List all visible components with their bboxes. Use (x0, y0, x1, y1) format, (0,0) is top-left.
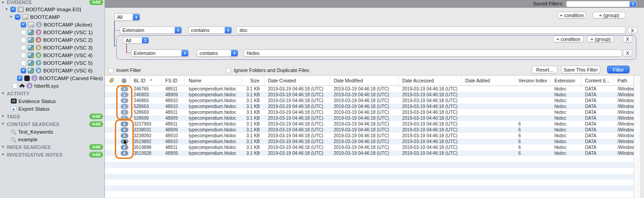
sidebar-section-header[interactable]: ▼INVESTIGATIVE NOTESAdd (0, 151, 104, 158)
column-header-extension[interactable]: Extension (551, 76, 581, 86)
column-header-flag[interactable] (105, 76, 118, 86)
vertical-scrollbar[interactable] (634, 75, 640, 198)
mixed-checkbox[interactable]: − (10, 7, 16, 12)
add-button[interactable]: Add (89, 144, 103, 150)
disclosure-triangle-icon[interactable]: ▼ (1, 153, 5, 157)
match-select[interactable]: All ▲▼ (114, 14, 140, 21)
add-button[interactable]: Add (89, 113, 103, 119)
unchecked-checkbox[interactable] (21, 30, 26, 35)
sidebar-item[interactable]: 6BOOTCAMP (VSC 4) (0, 51, 104, 59)
column-header-path[interactable]: Path (614, 76, 634, 86)
column-header-version_index[interactable]: Version Index (515, 76, 551, 86)
table-row[interactable]: 8351992848909typecompendium.hkdoc3.1 KB2… (105, 150, 634, 156)
filter-button[interactable]: Filter (607, 66, 630, 73)
cell-version_index (515, 98, 551, 104)
sidebar-section-header[interactable]: ▼ACTIVITY (0, 90, 104, 97)
remove-group-button[interactable]: X (623, 36, 632, 42)
group-condition-value-input[interactable]: hkdoc (244, 50, 622, 57)
table-row[interactable]: 8323799348911typecompendium.hkdoc3.1 KB2… (105, 121, 634, 127)
disclosure-triangle-icon[interactable]: ▼ (1, 145, 5, 149)
sidebar-section-evidence[interactable]: ▼ EVIDENCE Add (0, 0, 104, 5)
add-group-button[interactable]: + (group) (593, 12, 626, 18)
condition-value-input[interactable]: doc (236, 27, 626, 34)
table-row[interactable]: 8323803148909typecompendium.hkdoc3.1 KB2… (105, 127, 634, 133)
unchecked-checkbox[interactable] (21, 60, 26, 66)
group-add-group-button[interactable]: + (group) (587, 36, 614, 42)
checked-checkbox[interactable]: ✓ (17, 76, 23, 81)
ignore-folders-checkbox[interactable] (226, 68, 231, 73)
column-header-date_added[interactable]: Date Added (462, 76, 515, 86)
sidebar-item[interactable]: 4BOOTCAMP (VSC 2) (0, 36, 104, 44)
add-button[interactable]: Add (89, 121, 103, 127)
table-row[interactable]: 124686548910typecompendium.hkdoc3.1 KB20… (105, 98, 634, 104)
table-row[interactable]: 124676548911typecompendium.hkdoc3.1 KB20… (105, 86, 634, 92)
mixed-checkbox[interactable]: − (15, 14, 20, 20)
table-header-row: BL ID^FS IDNameSizeDate CreatedDate Modi… (105, 76, 634, 86)
disclosure-triangle-icon[interactable]: ▼ (5, 7, 9, 11)
sidebar-item[interactable]: 9hiberfil.sys (0, 82, 104, 90)
sidebar-item[interactable]: Test_Keywords (0, 128, 104, 135)
disclosure-triangle-icon[interactable]: ▼ (1, 122, 5, 126)
sidebar-section-header[interactable]: ▼TAGSAdd (0, 112, 104, 120)
column-header-fs_id[interactable]: FS ID (162, 76, 185, 86)
column-header-date_created[interactable]: Date Created (264, 76, 330, 86)
table-row[interactable]: 124680348909typecompendium.hkdoc3.1 KB20… (105, 92, 634, 98)
group-remove-condition-button[interactable]: X (623, 50, 632, 56)
disclosure-triangle-icon[interactable]: ▼ (1, 114, 5, 118)
checked-checkbox[interactable]: ✓ (21, 22, 26, 27)
sidebar-item[interactable]: 5BOOTCAMP (VSC 3) (0, 44, 104, 51)
column-header-name[interactable]: Name (185, 76, 242, 86)
sidebar-item[interactable]: example (0, 135, 104, 143)
add-button[interactable]: Add (89, 152, 103, 158)
sidebar-section-header[interactable]: ▼CONTENT SEARCHESAdd (0, 120, 104, 128)
table-row[interactable]: 8351989248910typecompendium.hkdoc3.1 KB2… (105, 139, 634, 144)
column-label: Date Accessed (402, 78, 434, 83)
disclosure-triangle-icon[interactable]: ▼ (1, 91, 5, 95)
operator-select[interactable]: contains ▲▼ (188, 27, 232, 34)
table-row[interactable]: 8351989848911typecompendium.hkdoc3.1 KB2… (105, 144, 634, 150)
column-header-content[interactable]: Content E... (581, 76, 614, 86)
invert-filter-label: Invert Filter (116, 67, 141, 74)
cell-extension: hkdoc (551, 150, 581, 156)
sidebar-section-header[interactable]: ▼INDEX SEARCHESAdd (0, 143, 104, 151)
sidebar-item[interactable]: ✓1BOOTCAMP (Active) (0, 21, 104, 28)
unchecked-checkbox[interactable] (21, 45, 26, 50)
item-number-badge: 6 (36, 52, 41, 58)
table-row[interactable]: 152866348910typecompendium.hkdoc3.1 KB20… (105, 104, 634, 109)
sidebar-item[interactable]: ✓8BOOTCAMP (VSC 6) (0, 67, 104, 74)
add-condition-button[interactable]: + condition (558, 12, 586, 18)
sidebar-item[interactable]: Export Status (0, 105, 104, 112)
saved-filters-select[interactable]: ▲▼ (566, 1, 637, 7)
disclosure-triangle-icon[interactable]: ▼ (1, 0, 5, 4)
group-field-select[interactable]: Extension ▲▼ (131, 50, 189, 57)
flag-cell (105, 98, 118, 104)
sidebar-item[interactable]: 7BOOTCAMP (VSC 5) (0, 59, 104, 67)
save-this-filter-button[interactable]: Save This Filter (561, 66, 600, 73)
column-header-date_accessed[interactable]: Date Accessed (399, 76, 462, 86)
group-match-select[interactable]: All ▲▼ (123, 37, 149, 44)
add-evidence-button[interactable]: Add (89, 0, 103, 5)
checked-checkbox[interactable]: ✓ (21, 68, 26, 73)
unchecked-checkbox[interactable] (21, 53, 26, 58)
unchecked-checkbox[interactable] (12, 83, 18, 89)
sidebar-item[interactable]: ▼−BOOTCAMP (0, 13, 104, 21)
sidebar-item[interactable]: ✓2BOOTCAMP (Carved Files) (0, 74, 104, 82)
column-header-date_modified[interactable]: Date Modified (330, 76, 399, 86)
table-row[interactable]: 8323809348910typecompendium.hkdoc3.1 KB2… (105, 133, 634, 139)
sidebar-item[interactable]: Evidence Status (0, 97, 104, 105)
column-header-size[interactable]: Size (242, 76, 264, 86)
invert-filter-checkbox[interactable] (108, 68, 113, 73)
table-row[interactable]: 152869948909typecompendium.hkdoc3.1 KB20… (105, 115, 634, 121)
column-header-status[interactable] (118, 76, 130, 86)
reset-button[interactable]: Reset... (532, 66, 558, 73)
sidebar-item[interactable]: ▼−BOOTCAMP Image.E01 (0, 5, 104, 13)
column-header-bl_id[interactable]: BL ID^ (130, 76, 162, 86)
sidebar-item[interactable]: 3BOOTCAMP (VSC 1) (0, 28, 104, 36)
group-operator-select[interactable]: contains ▲▼ (197, 50, 238, 57)
field-select[interactable]: Extension ▲▼ (120, 27, 182, 34)
table-row[interactable]: 152866948911typecompendium.hkdoc3.1 KB20… (105, 109, 634, 115)
group-add-condition-button[interactable]: + condition (553, 36, 584, 42)
unchecked-checkbox[interactable] (21, 37, 26, 43)
disclosure-triangle-icon[interactable]: ▼ (9, 15, 13, 19)
remove-condition-button[interactable]: X (628, 27, 637, 34)
